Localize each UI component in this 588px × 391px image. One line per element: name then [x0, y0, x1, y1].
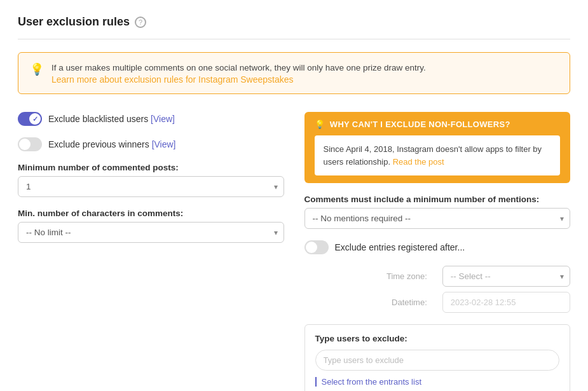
min-characters-select[interactable]: -- No limit -- 10 20 50 100 — [18, 222, 284, 243]
exclude-blacklisted-label: Exclude blacklisted users [View] — [48, 114, 175, 124]
blacklisted-view-link[interactable]: [View] — [151, 114, 175, 124]
title-divider — [18, 39, 570, 39]
min-commented-posts-select-wrapper: 1 2 3 4 5 ▾ — [18, 176, 284, 197]
title-row: User exclusion rules ? — [18, 15, 570, 29]
right-column: 💡 WHY CAN'T I EXCLUDE NON-FOLLOWERS? Sin… — [304, 112, 571, 391]
warning-box-title: 💡 WHY CAN'T I EXCLUDE NON-FOLLOWERS? — [315, 120, 561, 129]
timezone-label: Time zone: — [304, 271, 432, 281]
timezone-select[interactable]: -- Select -- — [442, 266, 570, 287]
two-col-layout: ✓ Exclude blacklisted users [View] — [18, 112, 570, 391]
type-users-input[interactable] — [315, 350, 560, 371]
page-container: User exclusion rules ? 💡 If a user makes… — [0, 0, 588, 391]
exclude-previous-toggle[interactable] — [18, 137, 42, 151]
exclude-entries-row: Exclude entries registered after... — [304, 240, 571, 254]
read-post-link[interactable]: Read the post — [393, 157, 444, 167]
left-column: ✓ Exclude blacklisted users [View] — [18, 112, 284, 391]
select-entrants-link[interactable]: Select from the entrants list — [315, 377, 560, 387]
exclude-blacklisted-toggle[interactable]: ✓ — [18, 112, 42, 126]
info-banner: 💡 If a user makes multiple comments on o… — [18, 52, 570, 94]
min-characters-select-wrapper: -- No limit -- 10 20 50 100 ▾ — [18, 222, 284, 243]
exclude-entries-label: Exclude entries registered after... — [335, 242, 465, 252]
warning-bulb-icon: 💡 — [315, 120, 325, 129]
type-users-box-label: Type users to exclude: — [315, 334, 560, 343]
warning-box: 💡 WHY CAN'T I EXCLUDE NON-FOLLOWERS? Sin… — [304, 112, 571, 183]
min-commented-posts-select[interactable]: 1 2 3 4 5 — [18, 176, 284, 197]
warning-box-body: Since April 4, 2018, Instagram doesn't a… — [315, 135, 561, 175]
info-banner-content: If a user makes multiple comments on one… — [51, 62, 426, 85]
info-banner-link[interactable]: Learn more about exclusion rules for Ins… — [51, 74, 294, 85]
exclude-previous-row: Exclude previous winners [View] — [18, 137, 284, 151]
min-characters-field: Min. number of characters in comments: -… — [18, 209, 284, 243]
checkmark-icon: ✓ — [32, 115, 38, 123]
exclude-blacklisted-row: ✓ Exclude blacklisted users [View] — [18, 112, 284, 126]
bulb-icon: 💡 — [30, 62, 44, 76]
help-icon[interactable]: ? — [135, 17, 146, 28]
min-commented-posts-label: Minimum number of commented posts: — [18, 163, 284, 172]
type-users-box: Type users to exclude: Select from the e… — [304, 324, 571, 391]
info-banner-text: If a user makes multiple comments on one… — [51, 62, 426, 74]
min-characters-label: Min. number of characters in comments: — [18, 209, 284, 218]
previous-view-link[interactable]: [View] — [152, 139, 176, 149]
exclude-entries-toggle[interactable] — [304, 240, 329, 254]
timezone-select-wrapper: -- Select -- ▾ — [442, 266, 570, 287]
min-commented-posts-field: Minimum number of commented posts: 1 2 3… — [18, 163, 284, 197]
mentions-section: Comments must include a minimum number o… — [304, 195, 571, 229]
datetime-input[interactable] — [442, 292, 570, 313]
timezone-datetime-grid: Time zone: -- Select -- ▾ Datetime: — [304, 266, 571, 313]
mentions-select-wrapper: -- No mentions required -- 1 2 3 ▾ — [304, 208, 571, 229]
exclude-previous-label: Exclude previous winners [View] — [48, 139, 176, 149]
page-title: User exclusion rules — [18, 15, 130, 29]
mentions-select[interactable]: -- No mentions required -- 1 2 3 — [304, 208, 571, 229]
mentions-label: Comments must include a minimum number o… — [304, 195, 571, 204]
datetime-label: Datetime: — [304, 298, 432, 307]
